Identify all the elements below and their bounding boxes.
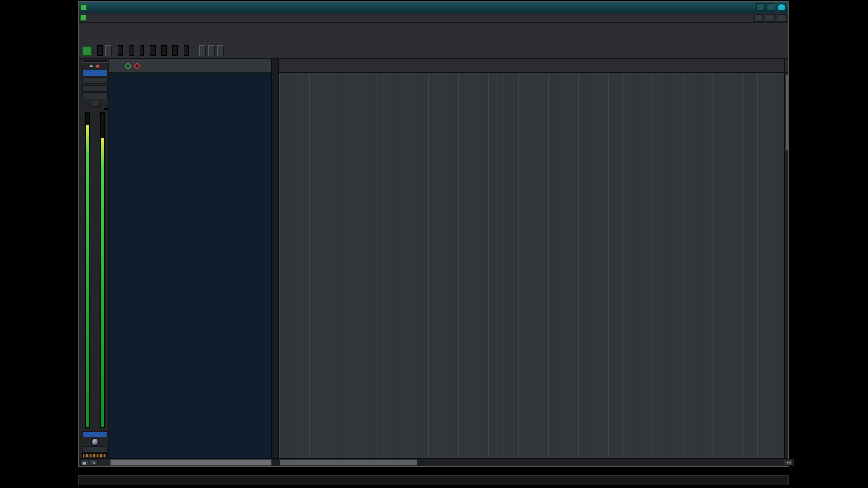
meter-scale [90, 112, 100, 428]
effect-slot[interactable] [82, 92, 108, 99]
signature-numerator[interactable] [118, 45, 123, 56]
signature-denominator[interactable] [129, 45, 134, 56]
cursor-position[interactable] [140, 45, 144, 56]
pan-knob[interactable] [91, 438, 99, 446]
zoom-normal-button[interactable] [208, 45, 215, 56]
app-icon-small [80, 15, 86, 21]
pan-label [82, 431, 108, 437]
mixer-mini-icons: ▸● [82, 63, 108, 70]
menu-bar [79, 13, 788, 23]
track-list-header[interactable] [109, 59, 271, 73]
meter-right [100, 112, 105, 428]
mixer-track-button[interactable] [82, 60, 108, 63]
edit-mini-icon[interactable]: ✎ [90, 459, 98, 466]
vertical-scrollbar[interactable] [784, 73, 788, 458]
effect-slot[interactable] [82, 85, 108, 92]
bottom-left-buttons: ▦ ✎ [79, 459, 109, 466]
mdi-close-icon[interactable] [778, 14, 787, 22]
bottom-scroll-row: ▦ ✎ ▭ [79, 458, 788, 466]
canvas-hscroll-thumb[interactable] [280, 459, 417, 466]
tracklist-hscroll-thumb[interactable] [110, 459, 271, 466]
zoom-out-button[interactable] [199, 45, 206, 56]
automation-mode-select[interactable] [82, 446, 108, 453]
muse-window: ▸● [78, 1, 789, 467]
stereo-link-icon[interactable] [90, 101, 100, 107]
app-icon [81, 4, 87, 10]
header-record-dot[interactable] [123, 63, 132, 69]
canvas-body [279, 73, 788, 458]
main-toolbar [79, 23, 788, 42]
timeline-ruler[interactable] [279, 59, 784, 73]
magnify-icon[interactable]: ▦ [80, 459, 88, 466]
zoom-in-button[interactable] [217, 45, 224, 56]
len-value[interactable] [161, 45, 167, 56]
ruler-corner [784, 59, 788, 73]
pitch-value[interactable] [172, 45, 178, 56]
effect-slot[interactable] [82, 70, 108, 76]
record-mini-icon[interactable]: ● [95, 63, 99, 70]
header-mute-dot[interactable] [132, 63, 141, 69]
tempo-scale-value[interactable] [184, 45, 189, 56]
track-list [109, 59, 272, 458]
route-icon[interactable]: ▸ [90, 63, 93, 70]
mixer-bottom-strip [82, 453, 108, 457]
meter-left [85, 112, 90, 428]
minimize-icon[interactable] [756, 3, 765, 11]
snap-select[interactable] [150, 45, 156, 56]
level-meters [82, 111, 108, 429]
tracklist-hscrollbar[interactable] [109, 459, 272, 466]
ruler-row [279, 59, 788, 73]
gain-value[interactable] [104, 108, 108, 110]
maximize-icon[interactable] [766, 3, 775, 11]
transport-toolbar [79, 42, 788, 59]
canvas-column [279, 59, 788, 458]
global-timeline-ruler[interactable] [78, 475, 789, 485]
mdi-restore-icon[interactable] [766, 14, 775, 22]
scroll-corner: ▭ [784, 459, 794, 466]
title-bar[interactable] [79, 2, 788, 13]
mdi-controls [753, 14, 787, 22]
arranger-canvas[interactable] [279, 73, 784, 458]
punch-indicator-icon[interactable] [82, 46, 92, 56]
mdi-minimize-icon[interactable] [754, 14, 763, 22]
effect-slot[interactable] [82, 77, 108, 84]
arranger-main: ▸● [79, 59, 788, 458]
tap-button[interactable] [105, 45, 112, 56]
tempo-value[interactable] [97, 45, 103, 56]
vscroll-thumb[interactable] [785, 74, 788, 151]
track-rows [109, 73, 271, 458]
close-icon[interactable] [777, 3, 786, 11]
canvas-hscrollbar[interactable] [279, 459, 784, 466]
panel-splitter[interactable] [272, 59, 279, 458]
corner-zoom-icon[interactable]: ▭ [785, 459, 793, 466]
mixer-strip: ▸● [79, 59, 109, 458]
